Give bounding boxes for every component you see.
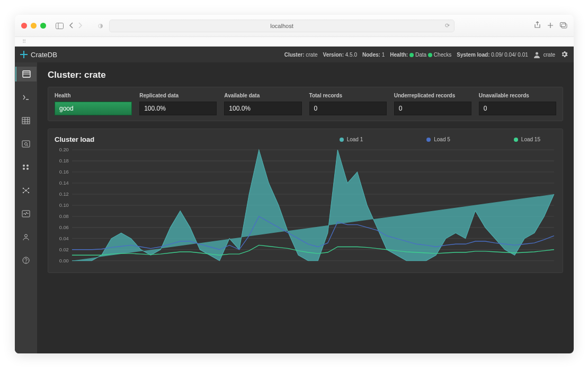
svg-point-26: [25, 234, 28, 237]
appbar-right: Cluster: crate Version: 4.5.0 Nodes: 1 H…: [284, 50, 568, 59]
nav-monitoring[interactable]: [15, 206, 37, 221]
stat-label: Underreplicated records: [394, 93, 471, 98]
url-text: localhost: [270, 23, 293, 29]
nav-views[interactable]: [15, 137, 37, 151]
browser-window: ◑ localhost ⟳ ⠿ CrateDB Cluster: crate V…: [15, 15, 574, 353]
reload-icon[interactable]: ⟳: [445, 22, 450, 29]
svg-text:0.16: 0.16: [59, 169, 69, 175]
chart-title: Cluster load: [55, 135, 94, 143]
svg-text:0.08: 0.08: [59, 214, 69, 219]
legend-dot-icon: [514, 138, 518, 142]
nav-users[interactable]: [15, 230, 37, 244]
svg-point-17: [26, 165, 29, 167]
app-body: Cluster: crate Health good Replicated da…: [15, 62, 574, 353]
maximize-window-icon[interactable]: [40, 23, 46, 29]
status-cluster: Cluster: crate: [284, 52, 318, 58]
svg-line-15: [27, 145, 28, 146]
forward-button[interactable]: [77, 21, 83, 31]
address-bar[interactable]: ◑ localhost ⟳: [109, 20, 455, 32]
chart-legend: Load 1 Load 5 Load 15: [340, 137, 556, 142]
chart-panel: Cluster load Load 1 Load 5 Load 15 0.000…: [48, 129, 563, 273]
main-content: Cluster: crate Health good Replicated da…: [37, 62, 574, 353]
svg-point-4: [536, 52, 538, 54]
chart-area: 0.000.020.040.060.080.100.120.140.160.18…: [55, 148, 556, 264]
svg-rect-2: [562, 24, 567, 28]
share-icon[interactable]: [534, 21, 541, 31]
svg-rect-3: [560, 22, 566, 26]
stat-value: 0: [309, 102, 387, 115]
svg-text:0.18: 0.18: [59, 158, 69, 163]
browser-chrome: ◑ localhost ⟳: [15, 15, 574, 37]
status-health: Health: Data Checks: [390, 52, 451, 58]
stat-label: Available data: [224, 93, 301, 98]
svg-point-14: [25, 143, 28, 145]
svg-point-19: [26, 168, 29, 170]
app-header: CrateDB Cluster: crate Version: 4.5.0 No…: [15, 47, 574, 62]
legend-dot-icon: [340, 138, 344, 142]
nav-tables[interactable]: [15, 113, 37, 128]
traffic-lights: [21, 23, 46, 29]
gear-icon: [560, 50, 568, 58]
sidebar-toggle-icon[interactable]: [56, 23, 64, 29]
shield-icon[interactable]: ◑: [98, 22, 103, 29]
legend-load5: Load 5: [426, 137, 450, 142]
status-nodes: Nodes: 1: [362, 52, 385, 58]
legend-load1: Load 1: [340, 137, 363, 142]
cluster-load-chart: 0.000.020.040.060.080.100.120.140.160.18…: [55, 148, 556, 264]
bookmarks-bar: ⠿: [15, 37, 574, 47]
chrome-right-icons: [534, 21, 567, 31]
svg-rect-8: [22, 117, 30, 124]
page-title: Cluster: crate: [48, 70, 563, 80]
stat-value: 100.0%: [139, 102, 217, 115]
nav-help[interactable]: [15, 253, 37, 268]
legend-load15: Load 15: [514, 137, 540, 142]
apps-grid-icon[interactable]: ⠿: [22, 39, 26, 44]
svg-point-28: [25, 262, 26, 262]
close-window-icon[interactable]: [21, 23, 27, 29]
svg-point-18: [23, 168, 25, 170]
browser-nav: [69, 21, 83, 31]
stat-label: Health: [55, 93, 132, 98]
app-root: CrateDB Cluster: crate Version: 4.5.0 No…: [15, 47, 574, 353]
svg-text:0.14: 0.14: [59, 180, 69, 186]
settings-button[interactable]: [560, 50, 568, 59]
stat-underrep: Underreplicated records 0: [394, 93, 471, 115]
chart-header: Cluster load Load 1 Load 5 Load 15: [55, 135, 556, 143]
svg-point-16: [23, 165, 25, 167]
stat-value-health: good: [55, 102, 132, 115]
cratedb-logo-icon: [20, 51, 28, 58]
status-version: Version: 4.5.0: [323, 52, 358, 58]
new-tab-icon[interactable]: [547, 21, 554, 31]
svg-text:0.02: 0.02: [59, 247, 69, 252]
stat-unavail: Unavailable records 0: [479, 93, 556, 115]
stats-panel: Health good Replicated data 100.0% Avail…: [48, 87, 563, 121]
minimize-window-icon[interactable]: [31, 23, 37, 29]
svg-rect-13: [22, 141, 30, 147]
svg-text:0.12: 0.12: [59, 192, 69, 197]
brand-text: CrateDB: [31, 51, 57, 59]
nav-console[interactable]: [15, 90, 37, 105]
stat-label: Replicated data: [139, 93, 217, 98]
tabs-overview-icon[interactable]: [560, 21, 567, 31]
username: crate: [544, 52, 555, 58]
nav-overview[interactable]: [15, 67, 37, 81]
legend-dot-icon: [426, 138, 431, 142]
stat-total: Total records 0: [309, 93, 387, 115]
stat-label: Total records: [309, 93, 387, 98]
brand[interactable]: CrateDB: [20, 51, 57, 59]
back-button[interactable]: [69, 21, 74, 31]
user-icon: [533, 51, 540, 58]
stat-replicated: Replicated data 100.0%: [139, 93, 217, 115]
user-menu[interactable]: crate: [533, 51, 555, 58]
side-nav: [15, 62, 37, 353]
stat-value: 0: [479, 102, 556, 115]
svg-text:0.04: 0.04: [59, 236, 69, 241]
stat-value: 100.0%: [224, 102, 301, 115]
stat-available: Available data 100.0%: [224, 93, 301, 115]
svg-text:0.20: 0.20: [59, 148, 69, 152]
nav-cluster[interactable]: [15, 183, 37, 198]
svg-text:0.10: 0.10: [59, 203, 69, 208]
stat-health: Health good: [55, 93, 132, 115]
stat-value: 0: [394, 102, 471, 115]
nav-shards[interactable]: [15, 160, 37, 175]
